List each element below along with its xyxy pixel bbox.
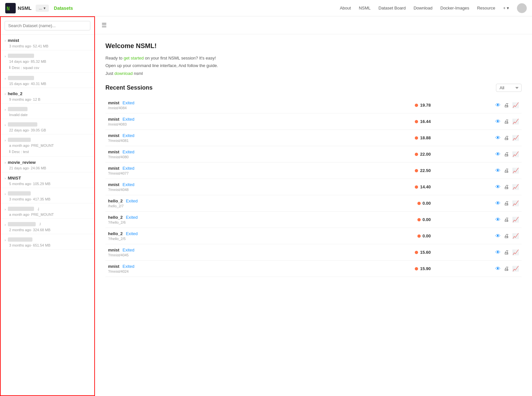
session-path-1: /mnist/4083 — [108, 122, 353, 126]
print-icon[interactable]: 🖨 — [504, 168, 509, 174]
sidebar-item-hello2-header[interactable]: › hello_2 — [1, 88, 94, 97]
chart-icon[interactable]: 📈 — [512, 118, 519, 125]
sidebar-item-4-header[interactable]: › — [1, 104, 94, 113]
get-started-link[interactable]: get started — [124, 56, 144, 60]
sidebar-item-mnist-caps-header[interactable]: › MNIST — [1, 172, 94, 182]
session-path-9: ?/mnist/4045 — [108, 253, 353, 257]
topnav-plus-menu[interactable]: + ▾ — [503, 6, 509, 10]
chart-icon[interactable]: 📈 — [512, 151, 519, 157]
print-icon[interactable]: 🖨 — [504, 250, 509, 255]
sidebar-item-6-name — [8, 138, 31, 142]
score-dot-icon — [415, 267, 418, 270]
print-icon[interactable]: 🖨 — [504, 200, 509, 206]
print-icon[interactable]: 🖨 — [504, 102, 509, 108]
table-row: hello_2 Exited ?/hello_2/6 0.00 👁 🖨 📈 — [105, 212, 522, 228]
view-icon[interactable]: 👁 — [495, 151, 501, 157]
print-icon[interactable]: 🖨 — [504, 119, 509, 125]
datasets-link[interactable]: Datasets — [54, 6, 73, 11]
filter-dropdown[interactable]: All mnist hello_2 — [496, 84, 522, 92]
sidebar-item-10-meta: a month ago· PRE_MOUNT — [1, 213, 94, 218]
nav-dataset-board[interactable]: Dataset Board — [378, 6, 406, 10]
view-icon[interactable]: 👁 — [495, 200, 501, 206]
session-dataset-0: mnist — [108, 100, 119, 105]
sidebar-item-2-header[interactable]: › — [1, 73, 94, 82]
logo[interactable]: N NSML — [5, 3, 32, 13]
session-actions-2: 👁 🖨 📈 — [433, 130, 522, 146]
session-status-0: Exited — [122, 100, 134, 105]
chart-icon[interactable]: 📈 — [512, 233, 519, 239]
session-status-9: Exited — [122, 248, 134, 252]
session-dataset-9: mnist — [108, 248, 119, 252]
session-info-1: mnist Exited /mnist/4083 — [105, 113, 355, 130]
print-icon[interactable]: 🖨 — [504, 151, 509, 157]
session-actions-9: 👁 🖨 📈 — [433, 244, 522, 261]
sidebar-item-6-desc: ℹ Desc : test — [1, 149, 94, 156]
chevron-right-icon: › — [5, 192, 6, 196]
sidebar-item-6-header[interactable]: › — [1, 134, 94, 144]
chart-icon[interactable]: 📈 — [512, 167, 519, 174]
print-icon[interactable]: 🖨 — [504, 266, 509, 272]
chart-icon[interactable]: 📈 — [512, 102, 519, 108]
search-input[interactable] — [5, 21, 90, 30]
hamburger-icon[interactable]: ☰ — [101, 22, 107, 29]
sidebar-item-9-header[interactable]: › — [1, 188, 94, 197]
nav-download[interactable]: Download — [413, 6, 432, 10]
sidebar-item-1-header[interactable]: › — [1, 50, 94, 60]
session-dataset-8: hello_2 — [108, 231, 123, 236]
sidebar-item-10-header[interactable]: › .j — [1, 203, 94, 213]
print-icon[interactable]: 🖨 — [504, 217, 509, 223]
sidebar-search-container — [1, 17, 94, 35]
chevron-right-icon: › — [5, 123, 6, 127]
view-icon[interactable]: 👁 — [495, 266, 501, 272]
nav-resource[interactable]: Resource — [477, 6, 495, 10]
sidebar-item-hello2-name: hello_2 — [8, 91, 23, 96]
sidebar-item-1-desc: ℹ Desc : squad csv — [1, 65, 94, 72]
sidebar-item-9-meta: 3 months ago· 417.35 MB — [1, 197, 94, 203]
chart-icon[interactable]: 📈 — [512, 249, 519, 255]
print-icon[interactable]: 🖨 — [504, 135, 509, 141]
score-dot-icon — [415, 153, 418, 156]
view-icon[interactable]: 👁 — [495, 184, 501, 190]
sidebar-item-hello2-meta: 9 months ago· 12 B — [1, 97, 94, 103]
sidebar-item-movie-review-header[interactable]: › movie_review — [1, 157, 94, 166]
workspace-selector[interactable]: ... ▾ — [36, 5, 49, 12]
sidebar-item-5-header[interactable]: › — [1, 119, 94, 128]
score-dot-icon — [417, 234, 421, 238]
print-icon[interactable]: 🖨 — [504, 233, 509, 239]
sidebar-item-2-meta: 15 days ago· 40.31 MB — [1, 82, 94, 88]
score-value-5: 14.40 — [420, 184, 431, 189]
chart-icon[interactable]: 📈 — [512, 216, 519, 223]
chevron-right-icon: › — [5, 207, 6, 211]
score-value-7: 0.00 — [423, 217, 431, 222]
chart-icon[interactable]: 📈 — [512, 266, 519, 272]
download-link[interactable]: download — [114, 71, 133, 76]
nav-docker-images[interactable]: Docker-Images — [440, 6, 469, 10]
session-actions-10: 👁 🖨 📈 — [433, 261, 522, 277]
chart-icon[interactable]: 📈 — [512, 200, 519, 206]
sidebar-item-movie-review-name: movie_review — [8, 160, 36, 165]
nav-about[interactable]: About — [340, 6, 351, 10]
view-icon[interactable]: 👁 — [495, 233, 501, 239]
session-dataset-1: mnist — [108, 117, 119, 122]
view-icon[interactable]: 👁 — [495, 217, 501, 223]
sidebar-item-mnist-header[interactable]: › mnist — [1, 35, 94, 44]
view-icon[interactable]: 👁 — [495, 135, 501, 141]
view-icon[interactable]: 👁 — [495, 250, 501, 255]
chart-icon[interactable]: 📈 — [512, 184, 519, 190]
main-body: Welcome NSML! Ready to get started on yo… — [95, 34, 532, 285]
session-info-9: mnist Exited ?/mnist/4045 — [105, 244, 355, 261]
sidebar-item-12-header[interactable]: › — [1, 234, 94, 243]
chart-icon[interactable]: 📈 — [512, 135, 519, 141]
sidebar-item-6: › a month ago· PRE_MOUNT ℹ Desc : test — [1, 134, 94, 157]
sidebar-item-11-header[interactable]: › .l — [1, 219, 94, 228]
session-status-2: Exited — [122, 133, 134, 138]
print-icon[interactable]: 🖨 — [504, 184, 509, 190]
user-avatar[interactable] — [517, 3, 527, 13]
nav-nsml[interactable]: NSML — [359, 6, 371, 10]
session-info-0: mnist Exited /mnist/4084 — [105, 97, 355, 113]
view-icon[interactable]: 👁 — [495, 119, 501, 125]
view-icon[interactable]: 👁 — [495, 168, 501, 174]
view-icon[interactable]: 👁 — [495, 102, 501, 108]
topnav-right: About NSML Dataset Board Download Docker… — [340, 3, 527, 13]
score-value-0: 19.78 — [420, 103, 431, 108]
